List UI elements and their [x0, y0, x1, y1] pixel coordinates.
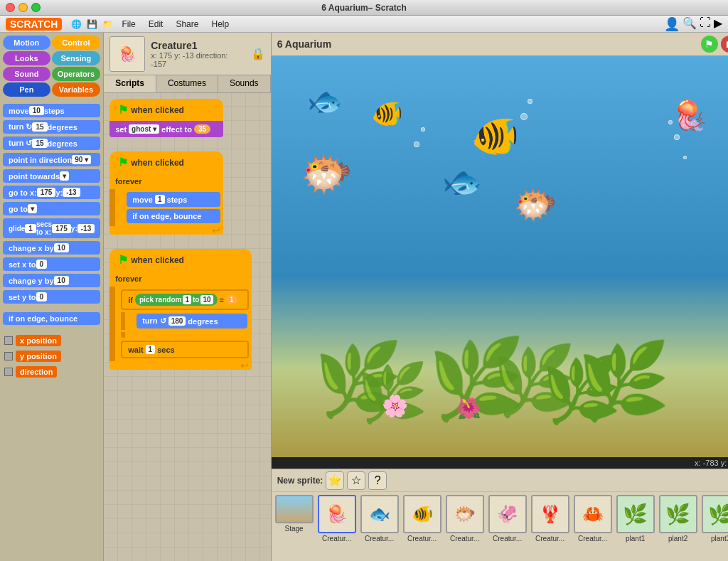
- stop-button[interactable]: ⏹: [721, 36, 728, 53]
- menu-file[interactable]: File: [116, 18, 141, 31]
- help-sprite-btn[interactable]: ?: [368, 471, 387, 490]
- sprite-item-5[interactable]: 🦞 Creatur...: [530, 495, 570, 543]
- sprite-item-3[interactable]: 🐡 Creatur...: [445, 495, 485, 543]
- menu-edit[interactable]: Edit: [143, 18, 169, 31]
- if-random-block[interactable]: if pick random 1 to 10 = 1: [121, 289, 249, 310]
- cat-motion[interactable]: Motion: [3, 36, 50, 50]
- paint-sprite-btn[interactable]: ⭐: [326, 471, 344, 490]
- block-set-x[interactable]: set x to 0: [3, 257, 100, 271]
- sprite-thumb-5: 🦞: [531, 495, 569, 533]
- tab-sounds[interactable]: Sounds: [218, 75, 271, 92]
- check-x-label[interactable]: x position: [16, 335, 61, 346]
- save-icon[interactable]: 💾: [85, 17, 99, 31]
- sprite-item-0[interactable]: 🪼 Creatur...: [317, 495, 357, 543]
- plant-thumb-2: 🌿: [659, 495, 697, 533]
- scripts-canvas[interactable]: ⚑ when clicked set ghost ▾ effect to 35 …: [104, 93, 270, 561]
- block-change-x[interactable]: change x by 10: [3, 241, 100, 255]
- globe-icon[interactable]: 🌐: [69, 17, 83, 31]
- plant-item-1[interactable]: 🌿 plant1: [616, 495, 655, 543]
- block-glide[interactable]: glide 1 secs to x: 175 y: -13: [3, 218, 100, 238]
- sprite-tray: New sprite: ⭐ ☆ ? Stage 🪼 Creatur...: [272, 469, 728, 561]
- search-icon[interactable]: 🔍: [682, 16, 697, 32]
- cloud-icon[interactable]: 📁: [100, 17, 114, 31]
- hat-block-2[interactable]: ⚑ when clicked: [109, 151, 223, 173]
- block-move[interactable]: move 10 steps: [3, 104, 100, 117]
- block-if-edge[interactable]: if on edge, bounce: [3, 312, 100, 325]
- check-dir-checkbox[interactable]: [4, 368, 13, 376]
- cat-sensing[interactable]: Sensing: [52, 51, 101, 65]
- user-icon[interactable]: 👤: [664, 16, 680, 32]
- check-y-checkbox[interactable]: [4, 352, 13, 360]
- stage-item[interactable]: Stage: [274, 495, 314, 533]
- cat-control[interactable]: Control: [52, 36, 101, 50]
- block-turn-cw[interactable]: turn ↻ 15 degrees: [3, 120, 100, 134]
- script-1: ⚑ when clicked set ghost ▾ effect to 35: [109, 99, 223, 137]
- stage-coords: x: -783 y: 46: [272, 457, 728, 469]
- sprite-header: 🪼 Creature1 x: 175 y: -13 direction: -15…: [104, 33, 270, 75]
- plant-name-2: plant2: [668, 535, 687, 543]
- sprite-item-6[interactable]: 🦀 Creatur...: [573, 495, 613, 543]
- maximize-button[interactable]: [31, 3, 41, 12]
- turn-180-block[interactable]: turn ↺ 180 degrees: [136, 314, 247, 328]
- cat-operators[interactable]: Operators: [52, 67, 101, 81]
- block-change-y[interactable]: change y by 10: [3, 274, 100, 287]
- hat-block-1[interactable]: ⚑ when clicked: [109, 99, 223, 121]
- sprite-item-2[interactable]: 🐠 Creatur...: [402, 495, 442, 543]
- sprite-list: Stage 🪼 Creatur... 🐟 Creatur... 🐠 Creatu…: [272, 492, 728, 545]
- green-flag-icon-1: ⚑: [118, 103, 128, 117]
- if-cap-3: [121, 332, 249, 338]
- plant-item-3[interactable]: 🌿 plant3: [701, 495, 728, 543]
- forever-header-3[interactable]: forever: [109, 271, 252, 287]
- present-icon[interactable]: ▶: [714, 16, 722, 32]
- plant-item-2[interactable]: 🌿 plant2: [658, 495, 698, 543]
- plant-thumb-1: 🌿: [616, 495, 655, 533]
- set-ghost-block[interactable]: set ghost ▾ effect to 35: [109, 121, 223, 137]
- sprite-item-4[interactable]: 🦑 Creatur...: [488, 495, 528, 543]
- check-y-position: y position: [3, 349, 100, 363]
- stage-area: 6 Aquarium ⚑ ⏹ 🌿 🌿 🌿 🌿 🌿 🌿 🌸 🌺 🐟 🐠: [272, 33, 728, 561]
- block-point-towards[interactable]: point towards ▾: [3, 169, 100, 183]
- green-flag-icon-2: ⚑: [118, 156, 128, 169]
- move-1-steps-block[interactable]: move 1 steps: [127, 192, 220, 207]
- cat-sound[interactable]: Sound: [3, 67, 50, 81]
- stage-canvas[interactable]: 🌿 🌿 🌿 🌿 🌿 🌿 🌸 🌺 🐟 🐠 🐡 🐟 🐠 🐡 🪼: [272, 56, 728, 457]
- green-flag-button[interactable]: ⚑: [701, 36, 718, 53]
- random-sprite-btn[interactable]: ☆: [347, 471, 365, 490]
- cat-looks[interactable]: Looks: [3, 51, 50, 65]
- fullscreen-icon[interactable]: ⛶: [700, 16, 711, 32]
- sprite-name-3: Creatur...: [450, 535, 479, 543]
- hat-block-3[interactable]: ⚑ when clicked: [109, 249, 252, 271]
- plant-name-1: plant1: [626, 535, 645, 543]
- cat-variables[interactable]: Variables: [52, 82, 101, 97]
- menu-share[interactable]: Share: [170, 18, 204, 31]
- tab-costumes[interactable]: Costumes: [156, 75, 218, 92]
- check-dir-label[interactable]: direction: [16, 366, 57, 378]
- plant-thumb-3: 🌿: [702, 495, 728, 533]
- cat-pen[interactable]: Pen: [3, 82, 50, 97]
- check-y-label[interactable]: y position: [16, 351, 61, 362]
- if-body-3: turn ↺ 180 degrees: [121, 312, 249, 330]
- titlebar: 6 Aquarium– Scratch: [0, 0, 728, 16]
- fish-5: 🐠: [471, 113, 520, 159]
- block-turn-ccw[interactable]: turn ↺ 15 degrees: [3, 137, 100, 150]
- window-controls[interactable]: [6, 3, 41, 12]
- block-goto[interactable]: go to ▾: [3, 202, 100, 215]
- check-x-checkbox[interactable]: [4, 336, 13, 345]
- forever-cap-2: ↩: [109, 226, 223, 235]
- menu-help[interactable]: Help: [205, 18, 235, 31]
- hat-label-1: when clicked: [131, 105, 184, 115]
- close-button[interactable]: [6, 3, 15, 12]
- block-set-y[interactable]: set y to 0: [3, 290, 100, 304]
- wait-1-secs-block[interactable]: wait 1 secs: [121, 341, 249, 358]
- minimize-button[interactable]: [18, 3, 28, 12]
- forever-header-2[interactable]: forever: [109, 173, 223, 189]
- sprite-name-4: Creatur...: [493, 535, 522, 543]
- tab-scripts[interactable]: Scripts: [104, 75, 156, 92]
- sprite-item-1[interactable]: 🐟 Creatur...: [360, 495, 400, 543]
- fish-1: 🐟: [307, 85, 343, 118]
- sprite-thumbnail: 🪼: [109, 36, 145, 72]
- block-point-dir[interactable]: point in direction 90 ▾: [3, 153, 100, 166]
- block-goto-xy[interactable]: go to x: 175 y: -13: [3, 186, 100, 199]
- lock-icon[interactable]: 🔒: [251, 47, 265, 60]
- if-on-edge-block[interactable]: if on edge, bounce: [127, 209, 220, 223]
